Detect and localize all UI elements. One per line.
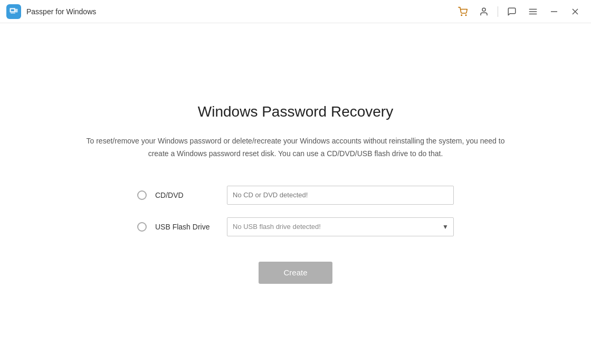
title-bar: Passper for Windows [0, 0, 591, 23]
close-button[interactable] [566, 3, 585, 20]
usb-label: USB Flash Drive [155, 223, 218, 231]
options-container: CD/DVD USB Flash Drive No USB flash driv… [137, 186, 454, 236]
page-title: Windows Password Recovery [198, 103, 393, 120]
cddvd-radio[interactable] [137, 190, 147, 200]
divider [498, 6, 498, 17]
title-bar-left: Passper for Windows [6, 4, 96, 19]
cart-icon[interactable] [453, 3, 472, 20]
create-button[interactable]: Create [259, 262, 332, 284]
app-icon [6, 4, 21, 19]
menu-icon[interactable] [523, 3, 542, 20]
usb-option-row: USB Flash Drive No USB flash drive detec… [137, 217, 454, 236]
svg-rect-2 [11, 13, 15, 13]
cddvd-input[interactable] [227, 186, 454, 205]
usb-select[interactable]: No USB flash drive detected! [227, 217, 454, 236]
usb-select-wrapper: No USB flash drive detected! ▼ [227, 217, 454, 236]
cddvd-option-row: CD/DVD [137, 186, 454, 205]
user-icon[interactable] [474, 3, 493, 20]
usb-radio[interactable] [137, 222, 147, 232]
svg-rect-3 [15, 8, 18, 12]
svg-rect-10 [551, 11, 557, 12]
main-content: Windows Password Recovery To reset/remov… [0, 23, 591, 364]
minimize-button[interactable] [545, 3, 564, 20]
chat-icon[interactable] [502, 3, 521, 20]
svg-point-5 [465, 15, 466, 16]
svg-rect-1 [11, 9, 14, 11]
page-description: To reset/remove your Windows password or… [79, 135, 512, 160]
svg-point-6 [482, 8, 485, 11]
title-bar-right [453, 3, 585, 20]
app-title: Passper for Windows [26, 7, 96, 16]
cddvd-label: CD/DVD [155, 191, 218, 199]
svg-point-4 [461, 15, 462, 16]
